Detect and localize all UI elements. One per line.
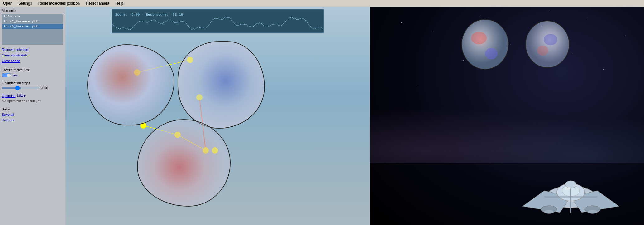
save-all-btn[interactable]: Save all: [2, 112, 63, 117]
freeze-toggle-knob: [7, 74, 11, 77]
molecule-item-1p9m[interactable]: 1p9m.pdb: [2, 14, 63, 19]
svg-point-24: [544, 210, 554, 214]
star-9: [588, 19, 588, 20]
svg-point-13: [485, 48, 498, 59]
svg-point-15: [544, 34, 557, 45]
star-12: [551, 10, 551, 10]
svg-point-25: [588, 210, 597, 214]
save-label: Save: [2, 107, 63, 111]
molecule-item-barstar[interactable]: 1brsD_barstar.pdb: [2, 24, 63, 29]
menu-settings[interactable]: Settings: [15, 1, 35, 6]
mol-blob-3: [137, 119, 231, 207]
star-7: [603, 69, 604, 70]
svg-point-16: [537, 46, 548, 56]
molecule-view: [81, 35, 299, 216]
mol-preview-right: [519, 13, 575, 76]
main-area: Molecules 1p9m.pdb 1brsA_barnase.pdb 1br…: [0, 7, 644, 225]
opt-steps-label: Optimization steps: [2, 81, 63, 85]
mol-preview-left: [457, 13, 513, 76]
molecule-list[interactable]: 1p9m.pdb 1brsA_barnase.pdb 1brsD_barstar…: [2, 14, 63, 45]
remove-selected-btn[interactable]: Remove selected: [2, 47, 63, 52]
svg-point-12: [471, 32, 487, 44]
slider-container: 2000: [2, 86, 63, 90]
opt-steps-slider[interactable]: [2, 87, 39, 89]
svg-point-11: [462, 19, 508, 69]
mol-blob-1: [87, 44, 174, 125]
clear-scene-btn[interactable]: Clear scene: [2, 59, 63, 63]
menu-reset-molecules[interactable]: Reset molecules position: [35, 1, 83, 6]
optimize-row: Optimize Idle: [2, 94, 63, 98]
no-result-text: No optimization result yet: [2, 99, 63, 103]
star-2: [432, 32, 432, 32]
left-panel: Molecules 1p9m.pdb 1brsA_barnase.pdb 1br…: [0, 7, 65, 225]
freeze-toggle-row: yes: [2, 73, 63, 77]
mol-blob-2: [178, 41, 265, 129]
star-11: [417, 85, 417, 85]
menu-help[interactable]: Help: [112, 1, 126, 6]
clear-constraints-btn[interactable]: Clear constraints: [2, 53, 63, 57]
score-label: Score: -9.00 - Best score: -33.18: [115, 13, 183, 17]
freeze-status: yes: [12, 73, 18, 77]
save-as-btn[interactable]: Save as: [2, 118, 63, 122]
star-1: [401, 22, 402, 23]
molecule-item-barnase[interactable]: 1brsA_barnase.pdb: [2, 19, 63, 24]
freeze-label: Freeze molecules: [2, 68, 29, 72]
menu-reset-camera[interactable]: Reset camera: [83, 1, 112, 6]
viewport[interactable]: Score: -9.00 - Best score: -33.18: [65, 7, 370, 225]
freeze-toggle[interactable]: [2, 73, 11, 77]
menu-open[interactable]: Open: [0, 1, 15, 6]
optimize-status: Idle: [17, 94, 26, 98]
optimize-btn[interactable]: Optimize: [2, 94, 15, 98]
score-graph: Score: -9.00 - Best score: -33.18: [112, 9, 324, 33]
svg-point-29: [565, 187, 571, 190]
molecules-label: Molecules: [2, 9, 63, 12]
star-8: [625, 35, 626, 35]
right-panel: [370, 7, 644, 225]
freeze-row: Freeze molecules: [2, 68, 63, 72]
opt-steps-value: 2000: [41, 86, 51, 90]
nebula: [370, 100, 644, 163]
menubar: Open Settings Reset molecules position R…: [0, 0, 644, 7]
